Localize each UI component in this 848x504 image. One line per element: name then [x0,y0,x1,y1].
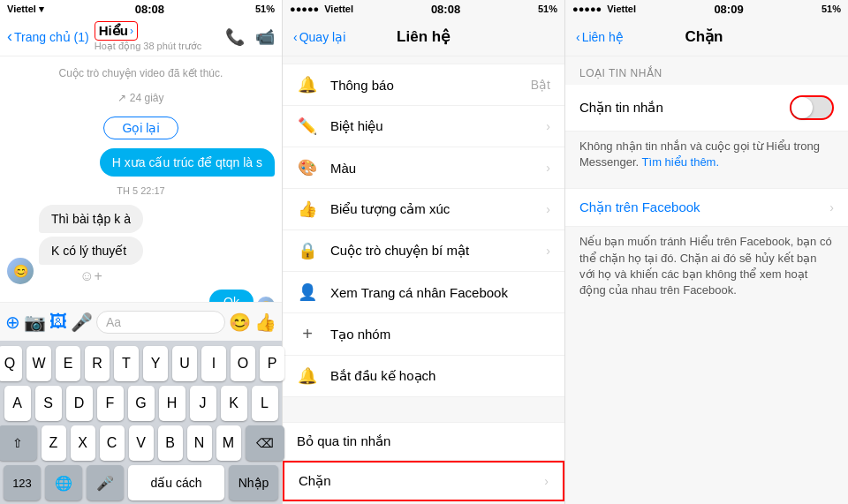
kb-key-i[interactable]: I [201,346,226,381]
chat-subtitle: Hoạt động 38 phút trước [95,41,202,52]
kb-key-x[interactable]: X [71,425,95,461]
kb-return-key[interactable]: Nhập [229,465,278,500]
carrier-label-1: Viettel [7,4,36,14]
status-right-3: 51% [822,4,841,14]
thumb-button[interactable]: 👍 [254,312,276,333]
toggle-knob [791,97,813,118]
block-fb-row[interactable]: Chặn trên Facebook › [565,188,848,227]
msg-time-text-1: ↗ 24 giây [117,92,163,104]
msg-bubble-sent-1: H xưa cấu trúc để qtqn là s [100,148,275,177]
kb-key-t[interactable]: T [114,346,139,381]
block-panel-title: Chặn [685,27,723,46]
mic-button[interactable]: 🎤 [71,312,93,333]
menu-item-mau[interactable]: 🎨 Màu › [283,147,564,189]
menu-item-secret[interactable]: 🔒 Cuộc trò chuyện bí mật › [283,230,564,272]
emoji-button[interactable]: 😊 [229,312,251,333]
kb-key-m[interactable]: M [216,425,241,461]
block-fb-desc: Nếu bạn muốn tránh Hiểu trên Facebook, b… [565,227,848,309]
kb-space-key[interactable]: dấu cách [128,465,224,500]
menu-item-ignore[interactable]: Bỏ qua tin nhắn [283,422,564,461]
back-icon-chat: ‹ [7,27,12,46]
signal-dots-2: ●●●●● [290,4,319,14]
menu-item-profile[interactable]: 👤 Xem Trang cá nhân Facebook [283,272,564,313]
kb-key-q[interactable]: Q [0,346,22,381]
chevron-icon-mau: › [546,161,550,175]
image-button[interactable]: 🖼 [49,312,67,332]
back-icon-block: ‹ [576,30,580,44]
menu-item-thongbao[interactable]: 🔔 Thông báo Bật [283,64,564,106]
kb-key-j[interactable]: J [190,386,216,421]
kb-key-v[interactable]: V [129,425,154,461]
chat-header-center: Hiểu › Hoạt động 38 phút trước [95,21,225,52]
kb-key-a[interactable]: A [4,386,31,421]
recall-button[interactable]: Gọi lại [103,117,178,139]
emoji-react-button[interactable]: ☺+ [39,268,143,284]
menu-label-biethieu: Biệt hiệu [330,118,534,134]
menu-item-plan[interactable]: 🔔 Bắt đầu kế hoạch [283,356,564,397]
kb-key-n[interactable]: N [187,425,212,461]
kb-key-g[interactable]: G [128,386,155,421]
status-bar-1: Viettel ▾ 08:08 51% [0,0,282,18]
back-button-chat[interactable]: ‹ Trang chủ (1) [7,27,89,46]
kb-key-s[interactable]: S [35,386,62,421]
kb-key-c[interactable]: C [100,425,125,461]
kb-key-b[interactable]: B [158,425,183,461]
carrier-label-2: Viettel [324,4,353,14]
block-messages-label: Chặn tin nhắn [579,100,790,116]
menu-label-group: Tạo nhóm [330,327,550,342]
kb-key-l[interactable]: L [252,386,278,421]
kb-mic-key[interactable]: 🎤 [87,465,124,500]
msg-text-received-2: K có lý thuyết [51,244,126,258]
kb-key-y[interactable]: Y [143,346,168,381]
battery-label-2: 51% [538,4,557,14]
menu-item-block[interactable]: Chặn › [283,461,564,501]
chevron-icon-secret: › [546,244,550,258]
avatar: 😊 [7,258,34,284]
kb-key-p[interactable]: P [260,346,284,381]
add-button[interactable]: ⊕ [5,312,20,333]
kb-key-d[interactable]: D [66,386,93,421]
menu-label-block: Chặn [299,473,532,489]
kb-key-r[interactable]: R [85,346,110,381]
kb-key-h[interactable]: H [159,386,186,421]
video-icon[interactable]: 📹 [255,27,275,47]
kb-globe-key[interactable]: 🌐 [45,465,82,500]
menu-value-thongbao: Bật [531,78,550,92]
kb-key-e[interactable]: E [56,346,80,381]
msg-received-row: 😊 Thì bài tập k à K có lý thuyết ☺+ [7,205,275,284]
kb-delete-key[interactable]: ⌫ [246,425,284,461]
status-bar-3: ●●●●● Viettel 08:09 51% [565,0,848,18]
block-messages-toggle[interactable] [790,95,834,120]
kb-key-w[interactable]: W [26,346,51,381]
msg-bubble-ok: Ok [209,290,254,302]
kb-key-o[interactable]: O [231,346,255,381]
kb-row-1: Q W E R T Y U I O P [2,346,280,381]
chevron-icon-biethieu: › [546,119,550,133]
menu-item-emoji[interactable]: 👍 Biểu tượng cảm xúc › [283,189,564,230]
lock-icon: 🔒 [297,241,318,260]
block-messages-row: Chặn tin nhắn [565,85,848,132]
back-label-contact: Quay lại [299,30,346,44]
menu-item-group[interactable]: + Tạo nhóm [283,313,564,356]
kb-key-f[interactable]: F [97,386,124,421]
kb-shift-key[interactable]: ⇧ [0,425,37,461]
camera-button[interactable]: 📷 [24,312,46,333]
kb-key-u[interactable]: U [172,346,197,381]
kb-num-key[interactable]: 123 [4,465,41,500]
contact-header: ‹ Quay lại Liên hệ [283,18,564,56]
block-content: LOẠI TIN NHẮN Chặn tin nhắn Không nhận t… [565,56,848,504]
back-button-contact[interactable]: ‹ Quay lại [293,30,345,44]
msg-time-text-2: TH 5 22:17 [117,185,164,196]
msg-system-text-1: Cuộc trò chuyện video đã kết thúc. [59,67,223,79]
back-button-block[interactable]: ‹ Liên hệ [576,30,624,44]
status-left-1: Viettel ▾ [7,4,44,15]
menu-item-biethieu[interactable]: ✏️ Biệt hiệu › [283,106,564,147]
chat-messages: Cuộc trò chuyện video đã kết thúc. ↗ 24 … [0,56,282,302]
kb-key-z[interactable]: Z [42,425,66,461]
learn-more-link[interactable]: Tìm hiểu thêm. [642,155,719,169]
phone-icon[interactable]: 📞 [225,27,245,47]
kb-key-k[interactable]: K [221,386,247,421]
message-input[interactable]: Aa [96,311,225,334]
menu-label-profile: Xem Trang cá nhân Facebook [330,285,550,300]
contact-name-box[interactable]: Hiểu › [95,21,138,41]
